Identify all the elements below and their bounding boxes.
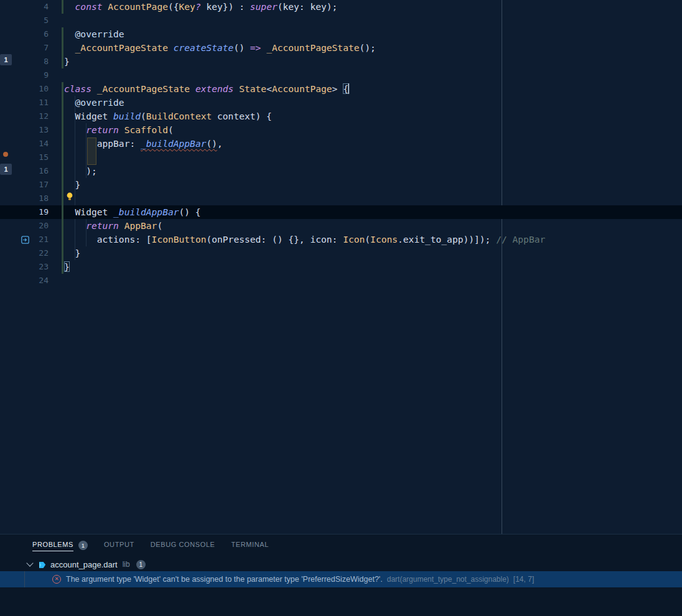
tab-terminal[interactable]: TERMINAL — [231, 534, 269, 558]
problem-source: dart(argument_type_not_assignable) — [387, 575, 509, 584]
quick-fix-lightbulb-icon[interactable] — [66, 192, 73, 203]
code-line[interactable]: 10class _AccountPageState extends State<… — [0, 82, 682, 96]
code-text[interactable]: } — [64, 178, 80, 192]
line-number[interactable]: 22 — [0, 246, 49, 260]
code-line[interactable]: 11 @override — [0, 96, 682, 110]
git-gutter-indicator — [62, 151, 63, 164]
code-line[interactable]: 7 _AccountPageState createState() => _Ac… — [0, 41, 682, 55]
code-editor: 4 const AccountPage({Key? key}) : super(… — [0, 0, 682, 534]
code-line[interactable]: 24 — [0, 274, 682, 287]
git-gutter-indicator — [62, 82, 63, 96]
problems-file-dir: lib — [123, 560, 130, 569]
panel-tab-bar: PROBLEMS 1 OUTPUT DEBUG CONSOLE TERMINAL — [0, 534, 682, 558]
git-gutter-indicator — [62, 123, 63, 137]
code-text[interactable]: } — [64, 55, 70, 68]
code-line[interactable]: 18 — [0, 192, 682, 205]
code-text[interactable]: ); — [64, 164, 97, 178]
tab-debug-console[interactable]: DEBUG CONSOLE — [151, 534, 215, 558]
tab-terminal-label: TERMINAL — [231, 541, 269, 551]
code-text[interactable]: appBar: _buildAppBar(), — [64, 137, 223, 151]
git-gutter-indicator — [62, 219, 63, 233]
margin-modified-dot — [3, 152, 8, 157]
git-gutter-indicator — [62, 96, 63, 110]
line-number[interactable]: 23 — [0, 260, 49, 274]
git-gutter-indicator — [62, 246, 63, 260]
text-cursor — [348, 83, 349, 94]
line-number[interactable]: 5 — [0, 14, 49, 27]
tab-problems-label: PROBLEMS — [32, 541, 73, 551]
git-gutter-indicator — [62, 27, 63, 41]
line-number[interactable]: 14 — [0, 137, 49, 151]
code-line[interactable]: 17 } — [0, 178, 682, 192]
code-line[interactable]: 6 @override — [0, 27, 682, 41]
git-gutter-indicator — [62, 178, 63, 192]
tree-indent-guide — [24, 571, 25, 587]
line-number[interactable]: 11 — [0, 96, 49, 110]
code-line[interactable]: 23} — [0, 260, 682, 274]
code-line[interactable]: 5 — [0, 14, 682, 27]
problems-count-badge: 1 — [78, 541, 88, 550]
code-text[interactable]: @override — [64, 27, 124, 41]
margin-count-badge: 1 — [0, 164, 12, 175]
code-text[interactable]: actions: [IconButton(onPressed: () {}, i… — [64, 233, 545, 246]
code-line[interactable]: 15 — [0, 151, 682, 164]
code-text[interactable]: return AppBar( — [64, 219, 162, 233]
git-gutter-indicator — [62, 164, 63, 178]
tab-output-label: OUTPUT — [104, 541, 134, 551]
error-icon — [52, 575, 61, 584]
problems-panel: PROBLEMS 1 OUTPUT DEBUG CONSOLE TERMINAL — [0, 534, 682, 616]
code-text[interactable]: return Scaffold( — [64, 123, 174, 137]
line-number[interactable]: 6 — [0, 27, 49, 41]
tab-output[interactable]: OUTPUT — [104, 534, 134, 558]
tab-problems[interactable]: PROBLEMS 1 — [32, 534, 88, 558]
chevron-down-icon[interactable] — [26, 559, 33, 566]
dart-file-icon — [38, 561, 46, 569]
code-text[interactable]: } — [64, 260, 70, 274]
code-line[interactable]: 8} — [0, 55, 682, 68]
line-number[interactable]: 13 — [0, 123, 49, 137]
file-problem-count-badge: 1 — [136, 560, 146, 569]
code-text[interactable]: _AccountPageState createState() => _Acco… — [64, 41, 376, 55]
margin-count-badge: 1 — [0, 54, 12, 65]
line-number[interactable]: 7 — [0, 41, 49, 55]
code-line[interactable]: 22 } — [0, 246, 682, 260]
code-text[interactable]: } — [64, 246, 80, 260]
line-number[interactable]: 17 — [0, 178, 49, 192]
tab-debug-console-label: DEBUG CONSOLE — [151, 541, 215, 551]
line-number[interactable]: 9 — [0, 68, 49, 82]
line-number[interactable]: 19 — [0, 205, 49, 219]
code-text[interactable]: const AccountPage({Key? key}) : super(ke… — [64, 0, 337, 14]
code-line[interactable]: 9 — [0, 68, 682, 82]
code-text[interactable]: Widget build(BuildContext context) { — [64, 110, 272, 123]
code-line[interactable]: 21 actions: [IconButton(onPressed: () {}… — [0, 233, 682, 246]
problems-file-row[interactable]: account_page.dart lib 1 — [0, 558, 682, 571]
git-gutter-indicator — [62, 110, 63, 123]
problem-item[interactable]: The argument type 'Widget' can't be assi… — [0, 571, 682, 587]
code-line[interactable]: 12 Widget build(BuildContext context) { — [0, 110, 682, 123]
vscode-window: 4 const AccountPage({Key? key}) : super(… — [0, 0, 682, 616]
problem-position: [14, 7] — [513, 575, 534, 584]
problem-message: The argument type 'Widget' can't be assi… — [66, 575, 383, 584]
git-gutter-indicator — [62, 41, 63, 55]
line-number[interactable]: 24 — [0, 274, 49, 287]
step-into-gutter-icon[interactable] — [21, 235, 29, 246]
line-number[interactable]: 10 — [0, 82, 49, 96]
line-number[interactable]: 20 — [0, 219, 49, 233]
code-text[interactable]: Widget _buildAppBar() { — [64, 205, 201, 219]
line-number[interactable]: 18 — [0, 192, 49, 205]
line-number[interactable]: 12 — [0, 110, 49, 123]
code-line[interactable]: 14 appBar: _buildAppBar(), — [0, 137, 682, 151]
git-gutter-indicator — [62, 205, 63, 219]
code-line[interactable]: 4 const AccountPage({Key? key}) : super(… — [0, 0, 682, 14]
code-lines: 4 const AccountPage({Key? key}) : super(… — [0, 0, 682, 287]
git-gutter-indicator — [62, 55, 63, 68]
git-gutter-indicator — [62, 0, 63, 14]
code-line[interactable]: 20 return AppBar( — [0, 219, 682, 233]
code-text[interactable]: class _AccountPageState extends State<Ac… — [64, 82, 349, 96]
git-gutter-indicator — [62, 192, 63, 205]
code-line[interactable]: 16 ); — [0, 164, 682, 178]
code-line[interactable]: 19 Widget _buildAppBar() { — [0, 205, 682, 219]
code-line[interactable]: 13 return Scaffold( — [0, 123, 682, 137]
line-number[interactable]: 4 — [0, 0, 49, 14]
code-text[interactable]: @override — [64, 96, 124, 110]
